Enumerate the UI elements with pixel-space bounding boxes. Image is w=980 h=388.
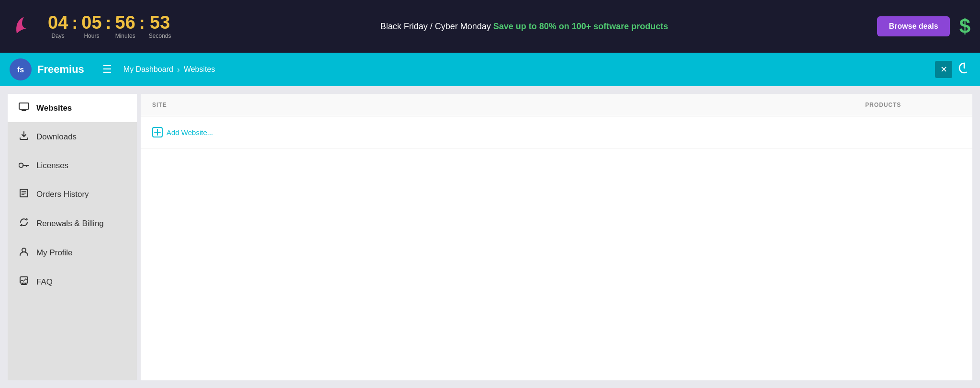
column-products-header: PRODUCTS: [865, 102, 961, 108]
svg-text:fs: fs: [17, 66, 24, 74]
brand-logo-wrap: fs Freemius: [10, 58, 84, 80]
banner-message-highlight: Save up to 80% on 100+ software products: [493, 22, 668, 31]
countdown-days: 04 Days: [48, 13, 68, 39]
close-banner-button[interactable]: ✕: [935, 61, 952, 78]
banner-message-prefix: Black Friday / Cyber Monday: [380, 22, 493, 31]
sidebar-item-websites-label: Websites: [36, 103, 72, 113]
promo-banner: 04 Days : 05 Hours : 56 Minutes : 53 Sec…: [0, 0, 980, 53]
freemius-logo-svg: fs: [14, 63, 27, 76]
sidebar-item-profile-label: My Profile: [36, 248, 73, 258]
banner-logo-icon: [10, 12, 38, 41]
sidebar-item-renewals-label: Renewals & Billing: [36, 219, 104, 228]
countdown-sep-2: :: [106, 13, 111, 33]
sidebar-item-faq[interactable]: FAQ: [8, 267, 137, 297]
content-area: SITE PRODUCTS Add Website...: [141, 94, 972, 380]
hamburger-menu-button[interactable]: ☰: [99, 61, 116, 78]
add-website-plus-icon: [152, 127, 163, 137]
sidebar-item-licenses[interactable]: Licenses: [8, 151, 137, 180]
sidebar-item-orders-label: Orders History: [36, 190, 89, 199]
countdown-hours: 05 Hours: [81, 13, 101, 39]
monitor-icon: [18, 103, 30, 114]
breadcrumb-separator: ›: [177, 65, 180, 75]
orders-icon: [18, 188, 30, 200]
sidebar-item-profile[interactable]: My Profile: [8, 238, 137, 267]
brand-name: Freemius: [37, 63, 84, 76]
sidebar-item-faq-label: FAQ: [36, 277, 53, 287]
sidebar-item-renewals[interactable]: Renewals & Billing: [8, 209, 137, 238]
breadcrumb-dashboard[interactable]: My Dashboard: [123, 65, 173, 74]
faq-icon: [18, 276, 30, 288]
sidebar-item-downloads[interactable]: Downloads: [8, 122, 137, 151]
header-nav: fs Freemius ☰ My Dashboard › Websites ✕: [0, 53, 980, 86]
power-icon: [958, 62, 970, 74]
sidebar-item-websites[interactable]: Websites: [8, 94, 137, 122]
svg-point-12: [22, 248, 26, 252]
profile-icon: [18, 247, 30, 259]
main-layout: Websites Downloads Licenses: [0, 86, 980, 388]
renewals-icon: [18, 217, 30, 229]
add-website-row: Add Website...: [141, 116, 972, 148]
dollar-icon: $: [959, 15, 970, 38]
sidebar: Websites Downloads Licenses: [8, 94, 137, 380]
freemius-logo-icon: fs: [10, 58, 32, 80]
sidebar-item-orders[interactable]: Orders History: [8, 180, 137, 209]
column-site-header: SITE: [152, 102, 865, 108]
countdown-sep-1: :: [72, 13, 78, 33]
breadcrumb-current: Websites: [184, 65, 215, 74]
add-website-label: Add Website...: [167, 128, 213, 137]
svg-rect-13: [20, 277, 28, 283]
key-icon: [18, 160, 30, 171]
sidebar-item-downloads-label: Downloads: [36, 132, 77, 142]
countdown-sep-3: :: [139, 13, 145, 33]
countdown-seconds: 53 Seconds: [149, 13, 171, 39]
svg-rect-4: [19, 103, 29, 109]
table-header: SITE PRODUCTS: [141, 94, 972, 116]
add-website-button[interactable]: Add Website...: [152, 127, 213, 137]
breadcrumb: My Dashboard › Websites: [123, 65, 215, 75]
sidebar-item-licenses-label: Licenses: [36, 161, 68, 171]
countdown-timer: 04 Days : 05 Hours : 56 Minutes : 53 Sec…: [48, 13, 171, 40]
header-actions: ✕: [935, 61, 970, 78]
power-button[interactable]: [958, 62, 970, 77]
countdown-minutes: 56 Minutes: [115, 13, 135, 39]
browse-deals-button[interactable]: Browse deals: [877, 16, 949, 36]
banner-message: Black Friday / Cyber Monday Save up to 8…: [171, 22, 878, 32]
download-icon: [18, 131, 30, 143]
